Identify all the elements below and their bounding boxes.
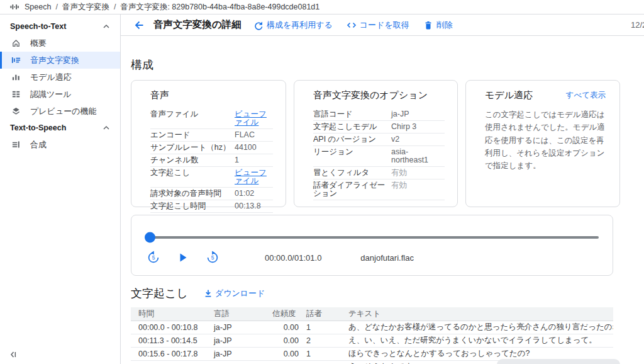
- download-button[interactable]: ダウンロード: [203, 288, 265, 299]
- sidebar-item-model-adaptation[interactable]: モデル適応: [0, 69, 120, 86]
- property-label: 文字起こし: [150, 169, 235, 185]
- cell-confidence: 0.00: [265, 334, 299, 347]
- breadcrumb: Speech / 音声文字変換 / 音声文字変換: 829b780b-44ba-…: [25, 2, 319, 13]
- table-row[interactable]: 00:00.0 - 00:10.8 ja-JP 0.00 1 あ、どなたかお客様…: [131, 321, 613, 334]
- breadcrumb-current: 音声文字変換: 829b780b-44ba-4fba-8a8e-499dcde0…: [120, 2, 319, 13]
- cell-language: ja-JP: [206, 360, 265, 364]
- breadcrumb-separator: /: [55, 3, 57, 11]
- reuse-config-label: 構成を再利用する: [267, 20, 333, 31]
- equalizer-icon: [11, 140, 21, 150]
- player-controls: 5 5 00:00.0/01:01.0 danjofutari.flac: [147, 250, 414, 265]
- page-header: 音声文字変換の詳細 構成を再利用する コードを取得: [121, 14, 644, 36]
- forward-5-icon[interactable]: 5: [206, 251, 219, 264]
- main-content: 構成 音声 音声ファイル ビューファイル エンコード FLAC サンプルレート（…: [121, 36, 644, 364]
- cell-time: 00:18.0 - 00:19.1: [131, 360, 206, 364]
- sidebar-item-label: 合成: [30, 139, 47, 151]
- property-label: 文字起こし時間: [150, 202, 235, 210]
- list-grid-icon: [11, 89, 21, 100]
- sidebar-item-synthesis[interactable]: 合成: [0, 136, 120, 153]
- transcription-options-card: 音声文字変換のオプション 言語コード ja-JP 文字起こしモデル Chirp …: [294, 80, 458, 207]
- view-file-link[interactable]: ビューファイル: [235, 110, 273, 127]
- sidebar-item-transcriptions[interactable]: 音声文字変換: [0, 52, 120, 69]
- sidebar-section-label: Speech-to-Text: [10, 22, 66, 31]
- cell-text: ほらできっとなんとかするっておっしゃってたの?: [341, 347, 613, 360]
- model-adaptation-card: モデル適応 すべて表示 この文字起こしではモデル適応は使用されませんでした。モデ…: [465, 80, 620, 207]
- cell-speaker: 2: [299, 360, 341, 364]
- property-value: 01:02: [235, 190, 273, 198]
- audio-player: 5 5 00:00.0/01:01.0 danjofutari.flac: [131, 215, 613, 276]
- transcription-icon: [11, 55, 21, 65]
- property-label: 請求対象の音声時間: [150, 190, 235, 198]
- sidebar: Speech-to-Text 概要 音声文字変換: [0, 14, 121, 364]
- cell-text: え、い、いえ、ただ研究がうまくいかないでイライラしてしまって。: [341, 334, 613, 347]
- cell-time: 00:15.6 - 00:17.8: [131, 347, 206, 360]
- redo-icon: [253, 20, 264, 30]
- sidebar-item-label: モデル適応: [30, 72, 72, 83]
- table-row[interactable]: 00:15.6 - 00:17.8 ja-JP 0.00 1 ほらできっとなんと…: [131, 347, 613, 360]
- page-title: 音声文字変換の詳細: [153, 18, 242, 31]
- cell-text: あ、どなたかお客様が迷ってるのかと思ったら亮介さんの独り言だったのね。: [341, 321, 613, 334]
- property-row: API のバージョン v2: [313, 134, 445, 146]
- back-arrow-icon[interactable]: [133, 19, 145, 31]
- cell-speaker: 1: [299, 347, 341, 360]
- chevron-up-icon: [103, 24, 110, 29]
- view-file-link[interactable]: ビューファイル: [235, 169, 273, 185]
- cell-confidence: 0.00: [265, 360, 299, 364]
- slider-thumb[interactable]: [145, 232, 155, 243]
- delete-button[interactable]: 削除: [423, 20, 453, 31]
- property-row: 文字起こしモデル Chirp 3: [313, 121, 445, 134]
- property-value: v2: [391, 135, 445, 144]
- get-code-button[interactable]: コードを取得: [347, 20, 409, 31]
- property-label: 言語コード: [313, 110, 391, 118]
- property-label: 冒とくフィルタ: [313, 169, 391, 177]
- sidebar-item-preview-features[interactable]: プレビューの機能: [0, 103, 120, 120]
- sidebar-section-text-to-speech[interactable]: Text-to-Speech: [0, 120, 120, 136]
- svg-text:5: 5: [211, 254, 214, 261]
- delete-label: 削除: [436, 20, 453, 31]
- bar-chart-icon: [11, 72, 21, 82]
- property-value: 有効: [391, 181, 445, 198]
- sidebar-item-recognizers[interactable]: 認識ツール: [0, 86, 120, 103]
- options-card-title: 音声文字変換のオプション: [313, 89, 428, 101]
- breadcrumb-product[interactable]: Speech: [25, 3, 51, 11]
- property-value: FLAC: [235, 131, 273, 139]
- config-cards: 音声 音声ファイル ビューファイル エンコード FLAC サンプルレート（hz）…: [131, 80, 644, 207]
- audio-filename: danjofutari.flac: [360, 253, 414, 263]
- column-language: 言語: [206, 307, 265, 321]
- property-row: チャンネル数 1: [150, 154, 273, 167]
- column-time: 時間: [131, 307, 206, 321]
- table-row[interactable]: 00:11.3 - 00:14.5 ja-JP 0.00 2 え、い、いえ、ただ…: [131, 334, 613, 347]
- header-date: 12/2: [631, 20, 644, 30]
- show-all-link[interactable]: すべて表示: [566, 90, 606, 101]
- cell-language: ja-JP: [206, 321, 265, 334]
- table-header-row: 時間 言語 信頼度 話者 テキスト: [131, 307, 613, 321]
- property-label: API のバージョン: [313, 135, 391, 144]
- get-code-label: コードを取得: [360, 20, 409, 31]
- adaptation-card-title: モデル適応: [485, 89, 533, 101]
- sidebar-item-label: プレビューの機能: [30, 106, 97, 117]
- play-icon[interactable]: [177, 251, 189, 264]
- breadcrumb-transcriptions[interactable]: 音声文字変換: [62, 2, 109, 13]
- audio-card-title: 音声: [150, 89, 169, 101]
- audio-progress-slider[interactable]: [147, 236, 599, 239]
- code-icon: [347, 20, 357, 30]
- breadcrumb-separator: /: [114, 3, 116, 11]
- property-row: サンプルレート（hz） 44100: [150, 142, 273, 154]
- property-label: 文字起こしモデル: [313, 123, 391, 131]
- property-row: エンコード FLAC: [150, 129, 273, 142]
- adaptation-description: この文字起こしではモデル適応は使用されませんでした。モデル適応を使用するには、こ…: [485, 108, 606, 172]
- transcript-header: 文字起こし ダウンロード: [131, 286, 644, 301]
- property-label: 話者ダイアライゼーション: [313, 181, 391, 198]
- property-value: 00:13.8: [235, 202, 273, 210]
- playback-time: 00:00.0/01:01.0: [265, 253, 321, 263]
- sidebar-item-label: 概要: [30, 38, 47, 49]
- collapse-sidebar-icon[interactable]: [8, 350, 18, 360]
- property-label: チャンネル数: [150, 156, 235, 164]
- replay-5-icon[interactable]: 5: [147, 251, 160, 264]
- reuse-config-button[interactable]: 構成を再利用する: [253, 20, 333, 31]
- transcript-section-heading: 文字起こし: [131, 286, 188, 301]
- property-value: ja-JP: [391, 110, 445, 118]
- sidebar-section-speech-to-text[interactable]: Speech-to-Text: [0, 18, 120, 35]
- sidebar-item-overview[interactable]: 概要: [0, 35, 120, 52]
- property-row: 話者ダイアライゼーション 有効: [313, 179, 445, 200]
